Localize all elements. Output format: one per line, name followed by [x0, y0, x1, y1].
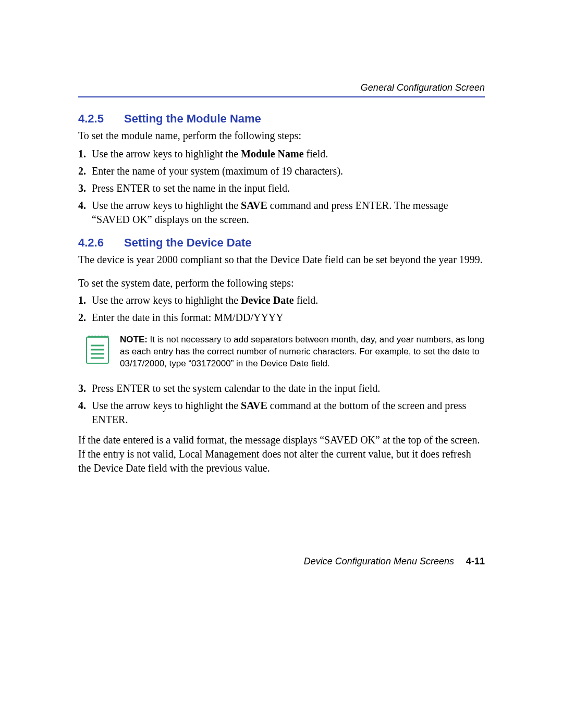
step-item: 4.Use the arrow keys to highlight the SA… [78, 199, 485, 227]
step-item: 4.Use the arrow keys to highlight the SA… [78, 399, 485, 427]
step-item: 3.Press ENTER to set the system calendar… [78, 381, 485, 396]
section-number: 4.2.6 [78, 236, 124, 250]
note-text: NOTE: It is not necessary to add separat… [120, 334, 485, 370]
closing-paragraph: If the date entered is a valid format, t… [78, 433, 485, 475]
section-number: 4.2.5 [78, 112, 124, 126]
step-marker: 4. [78, 199, 86, 213]
step-marker: 4. [78, 399, 86, 413]
step-marker: 1. [78, 293, 86, 307]
step-item: 3.Press ENTER to set the name in the inp… [78, 181, 485, 195]
section-title: Setting the Device Date [124, 236, 252, 249]
note-callout: NOTE: It is not necessary to add separat… [85, 334, 485, 370]
intro-text: To set the system date, perform the foll… [78, 276, 485, 290]
step-item: 1.Use the arrow keys to highlight the De… [78, 293, 485, 307]
step-item: 2.Enter the date in this format: MM/DD/Y… [78, 311, 485, 325]
note-label: NOTE: [120, 335, 148, 344]
page-footer: Device Configuration Menu Screens 4-11 [78, 556, 485, 567]
section-title: Setting the Module Name [124, 112, 261, 125]
note-icon [85, 334, 111, 368]
step-marker: 2. [78, 164, 86, 178]
section-heading-425: 4.2.5Setting the Module Name [78, 112, 485, 126]
steps-list-2b: 3.Press ENTER to set the system calendar… [78, 381, 485, 427]
steps-list-2a: 1.Use the arrow keys to highlight the De… [78, 293, 485, 325]
step-marker: 2. [78, 311, 86, 325]
step-item: 1.Use the arrow keys to highlight the Mo… [78, 147, 485, 161]
step-marker: 1. [78, 147, 86, 161]
intro-text: The device is year 2000 compliant so tha… [78, 253, 485, 267]
step-marker: 3. [78, 381, 86, 396]
step-item: 2.Enter the name of your system (maximum… [78, 164, 485, 178]
running-header: General Configuration Screen [78, 82, 485, 97]
step-marker: 3. [78, 181, 86, 195]
section-heading-426: 4.2.6Setting the Device Date [78, 236, 485, 250]
footer-text: Device Configuration Menu Screens [304, 556, 454, 566]
steps-list-1: 1.Use the arrow keys to highlight the Mo… [78, 147, 485, 227]
page-number: 4-11 [466, 556, 485, 566]
intro-text: To set the module name, perform the foll… [78, 129, 485, 143]
page-body: General Configuration Screen 4.2.5Settin… [78, 82, 485, 478]
